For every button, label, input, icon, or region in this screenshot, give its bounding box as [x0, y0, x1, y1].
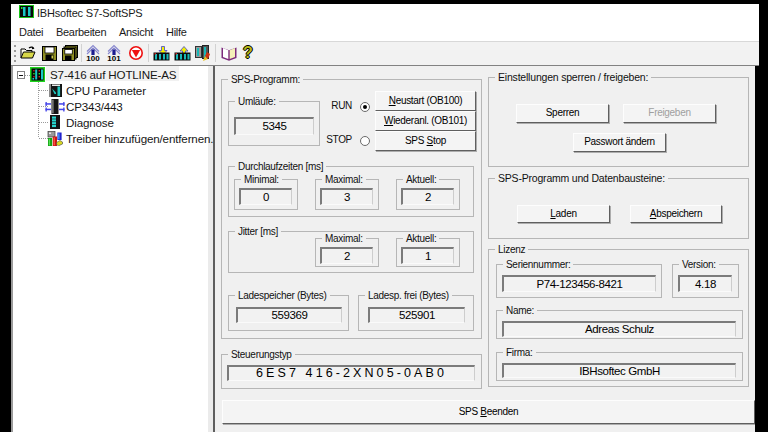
svg-text:100: 100	[86, 54, 100, 62]
svg-text:101: 101	[107, 54, 121, 62]
